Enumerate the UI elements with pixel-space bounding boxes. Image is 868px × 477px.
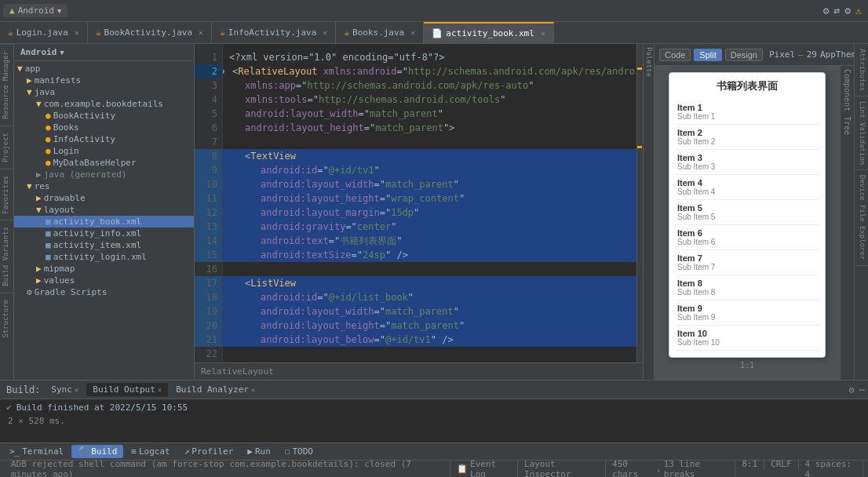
top-bar: ▲ Android ▼ ⚙ ⇄ ⚙ ⚠ bbox=[0, 0, 868, 22]
event-log-button[interactable]: 📋 Event Log bbox=[450, 459, 518, 478]
build-variants-tab[interactable]: Build Variants bbox=[0, 220, 13, 293]
attributes-tab[interactable]: Attributes bbox=[855, 44, 868, 96]
dropdown-icon: ▼ bbox=[57, 7, 61, 15]
tree-item-app[interactable]: ▼ app bbox=[14, 63, 194, 75]
tree-item-activity-item-xml[interactable]: ■ activity_item.xml bbox=[14, 239, 194, 251]
tab-info-activity-java[interactable]: ☕ InfoActivity.java ✕ bbox=[212, 22, 336, 43]
tree-item-values[interactable]: ▶ values bbox=[14, 275, 194, 286]
layout-inspector-button[interactable]: Layout Inspector bbox=[518, 459, 606, 478]
design-button[interactable]: Design bbox=[725, 49, 763, 61]
structure-tab[interactable]: Structure bbox=[0, 293, 13, 344]
project-name: Android bbox=[18, 5, 54, 16]
design-toolbar: Code Split Design Pixel — 29 AppTheme ⚠ bbox=[655, 44, 854, 66]
close-icon[interactable]: ✕ bbox=[323, 28, 327, 37]
close-icon[interactable]: ✕ bbox=[541, 29, 545, 38]
device-file-explorer-tab[interactable]: Device File Explorer bbox=[855, 170, 868, 265]
component-tree-label: Component Tree bbox=[840, 66, 854, 380]
dropdown-icon: ▼ bbox=[60, 49, 64, 56]
todo-tab[interactable]: ☐ TODO bbox=[279, 445, 319, 458]
prefs-icon[interactable]: ⚙ bbox=[844, 5, 851, 16]
close-icon[interactable]: ✕ bbox=[75, 386, 78, 394]
tree-item-res[interactable]: ▼ res bbox=[14, 180, 194, 192]
position-info[interactable]: 8:1 bbox=[735, 459, 764, 469]
code-line-5: android:layout_width="match_parent" bbox=[223, 107, 636, 121]
logcat-icon: ≡ bbox=[131, 446, 137, 457]
split-button[interactable]: Split bbox=[694, 49, 721, 61]
tree-item-java[interactable]: ▼ java bbox=[14, 86, 194, 98]
tree-item-books[interactable]: ● Books bbox=[14, 122, 194, 133]
tree-item-manifests[interactable]: ▶ manifests bbox=[14, 75, 194, 86]
spaces-info[interactable]: 4 spaces: 4 bbox=[799, 459, 863, 478]
main-area: Resource Manager Project Favorites Build… bbox=[0, 44, 868, 380]
tab-book-activity-java[interactable]: ☕ BookActivity.java ✕ bbox=[88, 22, 212, 43]
zoom-label: 29 bbox=[807, 49, 817, 60]
close-icon[interactable]: ✕ bbox=[251, 386, 255, 394]
expand-icon[interactable]: ⋯ bbox=[859, 384, 865, 395]
logcat-tab[interactable]: ≡ Logcat bbox=[125, 445, 176, 458]
java-icon: ☕ bbox=[344, 27, 349, 38]
build-output-tab[interactable]: Build Output ✕ bbox=[86, 383, 168, 396]
sync-tab[interactable]: Sync ✕ bbox=[45, 383, 85, 396]
close-icon[interactable]: ✕ bbox=[158, 386, 162, 394]
code-line-21: android:layout_below="@+id/tv1" /> bbox=[223, 333, 636, 347]
todo-icon: ☐ bbox=[285, 446, 290, 457]
scale-label: 1:1 bbox=[740, 361, 754, 370]
tree-item-bookactivity[interactable]: ● BookActivity bbox=[14, 110, 194, 122]
close-icon[interactable]: ✕ bbox=[75, 28, 79, 37]
tree-item-gradle[interactable]: ⚙ Gradle Scripts bbox=[14, 286, 194, 298]
code-content[interactable]: 1 2 3 4 5 6 7 8 9 10 11 12 13 14 15 16 1… bbox=[195, 44, 643, 362]
tab-activity-book-xml[interactable]: 📄 activity_book.xml ✕ bbox=[424, 22, 554, 43]
project-badge[interactable]: ▲ Android ▼ bbox=[3, 4, 67, 17]
project-tab[interactable]: Project bbox=[0, 126, 13, 169]
bottom-content: ✔ Build finished at 2022/5/15 10:55 2 × … bbox=[0, 399, 868, 442]
tree-item-activity-info-xml[interactable]: ■ activity_info.xml bbox=[14, 228, 194, 239]
terminal-tab[interactable]: >_ Terminal bbox=[3, 445, 70, 458]
close-icon[interactable]: ✕ bbox=[410, 28, 415, 37]
build-analyzer-tab[interactable]: Build Analyzer ✕ bbox=[170, 383, 261, 396]
tree-item-activity-login-xml[interactable]: ■ activity_login.xml bbox=[14, 251, 194, 263]
project-panel: Android ▼ ▼ app ▶ manifests ▼ java ▼ com… bbox=[14, 44, 195, 380]
tree-item-mipmap[interactable]: ▶ mipmap bbox=[14, 263, 194, 275]
settings-icon[interactable]: ⚙ bbox=[849, 384, 855, 395]
device-preview[interactable]: 书籍列表界面 Item 1 Sub Item 1 Item 2 Sub Item… bbox=[655, 66, 840, 380]
list-item: Item 8 Sub Item 8 bbox=[676, 275, 819, 300]
code-line-14: android:text="书籍列表界面" bbox=[223, 234, 636, 248]
favorites-tab[interactable]: Favorites bbox=[0, 169, 13, 220]
lint-validation-tab[interactable]: Lint Validation bbox=[855, 96, 868, 170]
list-item: Item 10 Sub Item 10 bbox=[676, 326, 819, 351]
list-preview: Item 1 Sub Item 1 Item 2 Sub Item 2 Item… bbox=[676, 100, 819, 351]
tab-books-java[interactable]: ☕ Books.java ✕ bbox=[336, 22, 424, 43]
list-item: Item 7 Sub Item 7 bbox=[676, 250, 819, 275]
tree-item-drawable[interactable]: ▶ drawable bbox=[14, 192, 194, 204]
tree-item-login[interactable]: ● Login bbox=[14, 145, 194, 157]
java-icon: ☕ bbox=[220, 27, 225, 38]
adb-message: ADB rejected shell command (am force-sto… bbox=[11, 459, 443, 478]
tree-item-java-gen[interactable]: ▶ java (generated) bbox=[14, 169, 194, 180]
tab-login-java[interactable]: ☕ Login.java ✕ bbox=[0, 22, 88, 43]
list-item: Item 9 Sub Item 9 bbox=[676, 300, 819, 326]
profiler-tab[interactable]: ↗ Profiler bbox=[178, 445, 240, 458]
code-line-10: android:layout_width="match_parent" bbox=[223, 177, 636, 191]
left-side-panel: Resource Manager Project Favorites Build… bbox=[0, 44, 14, 380]
tree-item-mydbhelper[interactable]: ● MyDataBaseHelper bbox=[14, 157, 194, 169]
tree-item-package[interactable]: ▼ com.example.bookdetails bbox=[14, 98, 194, 110]
xml-icon: 📄 bbox=[432, 28, 443, 38]
code-line-15: android:textSize="24sp" /> bbox=[223, 248, 636, 262]
close-icon[interactable]: ✕ bbox=[199, 28, 203, 37]
code-text[interactable]: <?xml version="1.0" encoding="utf-8"?> ●… bbox=[223, 44, 636, 362]
run-tab[interactable]: ▶ Run bbox=[241, 445, 277, 458]
code-button[interactable]: Code bbox=[659, 49, 691, 61]
list-item: Item 4 Sub Item 4 bbox=[676, 175, 819, 200]
sync-icon[interactable]: ⇄ bbox=[834, 5, 841, 16]
resource-manager-tab[interactable]: Resource Manager bbox=[0, 44, 13, 126]
encoding-info[interactable]: CRLF bbox=[764, 459, 799, 469]
phone-title: 书籍列表界面 bbox=[676, 79, 819, 93]
tree-item-layout[interactable]: ▼ layout bbox=[14, 204, 194, 216]
settings-icon[interactable]: ⚙ bbox=[823, 5, 830, 16]
tree-item-activity-book-xml[interactable]: ■ activity_book.xml bbox=[14, 216, 194, 228]
build-tab[interactable]: 🔨 Build bbox=[71, 445, 123, 458]
project-label: Android bbox=[20, 47, 57, 57]
status-bar: ADB rejected shell command (am force-sto… bbox=[0, 460, 868, 477]
tree-item-infoactivity[interactable]: ● InfoActivity bbox=[14, 133, 194, 145]
palette-label: Palette bbox=[644, 44, 654, 80]
